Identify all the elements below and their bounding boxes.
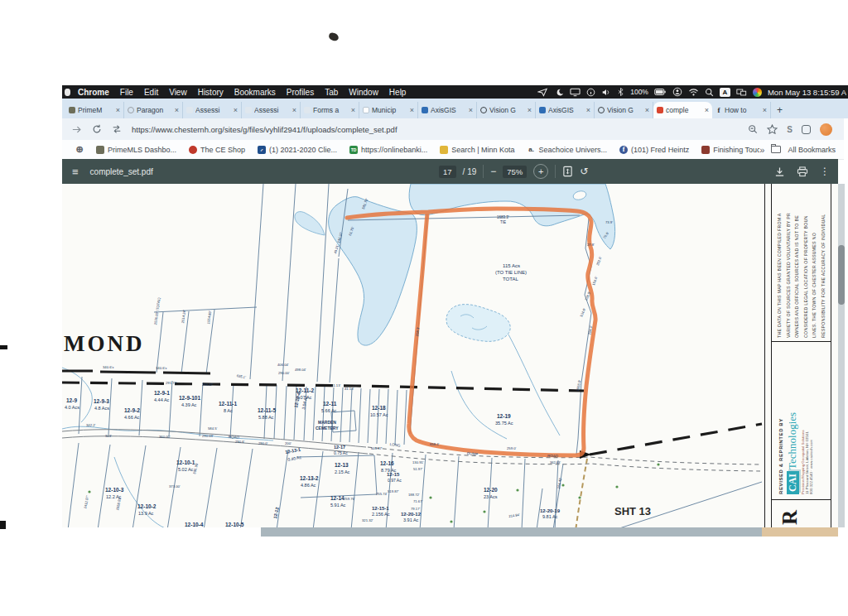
menu-item-tab[interactable]: Tab bbox=[325, 88, 338, 97]
tab-assessi[interactable]: Assessi× bbox=[183, 102, 242, 118]
tab-axisgis[interactable]: AxisGIS× bbox=[536, 102, 595, 118]
tab-close-icon[interactable]: × bbox=[528, 106, 532, 114]
finder-color-icon[interactable] bbox=[753, 88, 762, 97]
bookmarks-overflow-chevron[interactable]: » bbox=[759, 145, 764, 155]
tab-close-icon[interactable]: × bbox=[763, 106, 767, 114]
download-icon[interactable] bbox=[774, 166, 785, 177]
battery-percent: 100% bbox=[630, 88, 648, 96]
tab-close-icon[interactable]: × bbox=[469, 106, 473, 114]
fit-page-icon[interactable] bbox=[562, 166, 573, 177]
tab-favicon bbox=[422, 107, 428, 113]
menu-item-profiles[interactable]: Profiles bbox=[287, 88, 314, 97]
site-info-icon[interactable] bbox=[112, 124, 122, 134]
focus-moon-icon[interactable] bbox=[554, 88, 564, 97]
pdf-scrollbar[interactable] bbox=[838, 184, 845, 527]
tab-axisgis[interactable]: AxisGIS× bbox=[418, 102, 477, 118]
tab-close-icon[interactable]: × bbox=[705, 106, 709, 114]
menu-item-view[interactable]: View bbox=[169, 88, 187, 97]
tab-paragon[interactable]: Paragon× bbox=[124, 102, 183, 118]
new-tab-button[interactable]: + bbox=[777, 104, 783, 116]
scrollbar-thumb[interactable] bbox=[838, 245, 845, 305]
apple-icon[interactable] bbox=[65, 89, 70, 96]
extension-s-icon[interactable]: S bbox=[787, 125, 793, 134]
tab-vision-g[interactable]: Vision G× bbox=[595, 102, 653, 118]
tab-forms-a[interactable]: Forms a× bbox=[301, 102, 359, 118]
tab-favicon bbox=[128, 107, 134, 113]
battery-icon[interactable] bbox=[654, 88, 667, 96]
tab-close-icon[interactable]: × bbox=[351, 106, 355, 114]
tab-primem[interactable]: PrimeM× bbox=[65, 102, 124, 118]
divider bbox=[555, 165, 556, 178]
bookmark-https-onlinebanki-[interactable]: TDhttps://onlinebanki... bbox=[349, 146, 427, 154]
page-number-input[interactable]: 17 bbox=[439, 166, 456, 178]
tab-close-icon[interactable]: × bbox=[586, 106, 590, 114]
info-icon[interactable] bbox=[586, 88, 595, 97]
menu-item-help[interactable]: Help bbox=[389, 88, 407, 97]
bookmark-home[interactable]: ⊕ bbox=[75, 146, 84, 154]
bluetooth-icon[interactable] bbox=[617, 87, 624, 97]
rotate-icon[interactable]: ↺ bbox=[580, 166, 588, 177]
input-source-icon[interactable]: A bbox=[720, 88, 730, 97]
print-icon[interactable] bbox=[797, 166, 808, 177]
url-input[interactable]: https://www.chesternh.org/sites/g/files/… bbox=[132, 125, 748, 134]
divider bbox=[483, 165, 484, 178]
bookmark-primemls-dashbo-[interactable]: PrimeMLS Dashbo... bbox=[96, 146, 176, 154]
bookmark-label: Finishing Touches... bbox=[713, 146, 759, 154]
wifi-icon[interactable] bbox=[688, 88, 699, 96]
tab-municip[interactable]: Municip× bbox=[359, 102, 418, 118]
volume-icon[interactable] bbox=[601, 88, 611, 97]
bookmark-search-minn-kota[interactable]: Search | Minn Kota bbox=[440, 146, 514, 154]
forward-arrow-icon[interactable] bbox=[72, 125, 82, 134]
tab-assessi[interactable]: Assessi× bbox=[242, 102, 301, 118]
tab-label: comple bbox=[666, 106, 702, 114]
display-icon[interactable] bbox=[570, 88, 581, 97]
tab-close-icon[interactable]: × bbox=[292, 106, 296, 114]
bookmark-the-ce-shop[interactable]: The CE Shop bbox=[189, 146, 245, 154]
pdf-map-page[interactable] bbox=[62, 184, 838, 527]
handoff-icon[interactable] bbox=[537, 88, 548, 97]
bookmark-seachoice-univers-[interactable]: a.Seachoice Univers... bbox=[528, 146, 608, 154]
bookmark-finishing-touches-[interactable]: Finishing Touches... bbox=[701, 146, 759, 154]
cai-logo: CAI bbox=[787, 471, 799, 494]
bookmark-star-icon[interactable] bbox=[767, 124, 778, 134]
menu-clock[interactable]: Mon May 13 8:15:59 A bbox=[768, 88, 846, 97]
address-bar: https://www.chesternh.org/sites/g/files/… bbox=[62, 118, 844, 140]
folder-icon bbox=[771, 146, 781, 153]
tab-close-icon[interactable]: × bbox=[116, 106, 120, 114]
bookmark--1-2021-2020-clie-[interactable]: ✓(1) 2021-2020 Clie... bbox=[258, 146, 337, 154]
tab-vision-g[interactable]: Vision G× bbox=[477, 102, 536, 118]
pdf-pager: 17 / 19 − 75% + ↺ bbox=[439, 159, 588, 184]
more-options-icon[interactable]: ⋮ bbox=[820, 166, 830, 177]
tab-close-icon[interactable]: × bbox=[410, 106, 414, 114]
fb-favicon-icon: f bbox=[619, 146, 628, 154]
cai-logo-text: Technologies bbox=[786, 412, 799, 469]
zoom-icon[interactable] bbox=[748, 124, 758, 134]
screen-mirroring-icon[interactable] bbox=[736, 88, 747, 97]
tab-close-icon[interactable]: × bbox=[645, 106, 649, 114]
bookmark--101-fred-heintz[interactable]: f(101) Fred Heintz bbox=[619, 146, 689, 154]
scan-mark bbox=[0, 345, 7, 349]
menu-item-edit[interactable]: Edit bbox=[144, 88, 158, 97]
zoom-level[interactable]: 75% bbox=[503, 166, 527, 178]
zoom-in-button[interactable]: + bbox=[533, 164, 548, 179]
reload-icon[interactable] bbox=[92, 124, 102, 134]
tab-how-to[interactable]: fHow to× bbox=[712, 102, 771, 118]
menu-item-chrome[interactable]: Chrome bbox=[78, 88, 109, 97]
tab-comple[interactable]: comple× bbox=[653, 102, 712, 118]
menu-item-file[interactable]: File bbox=[120, 88, 133, 97]
menu-item-bookmarks[interactable]: Bookmarks bbox=[234, 88, 276, 97]
profile-avatar[interactable] bbox=[820, 123, 832, 136]
spotlight-search-icon[interactable] bbox=[705, 88, 714, 97]
pdf-menu-icon[interactable]: ≡ bbox=[72, 166, 79, 178]
extensions-icon[interactable] bbox=[802, 125, 811, 134]
menu-item-window[interactable]: Window bbox=[349, 88, 378, 97]
zoom-out-button[interactable]: − bbox=[490, 166, 496, 177]
tab-close-icon[interactable]: × bbox=[234, 106, 238, 114]
bookmark-label: Seachoice Univers... bbox=[539, 146, 608, 154]
user-account-icon[interactable] bbox=[672, 87, 682, 97]
all-bookmarks-button[interactable]: All Bookmarks bbox=[788, 146, 836, 154]
menu-item-history[interactable]: History bbox=[198, 88, 224, 97]
tab-close-icon[interactable]: × bbox=[175, 106, 179, 114]
tax-map-drawing bbox=[62, 184, 838, 527]
square-favicon-icon bbox=[440, 146, 448, 154]
